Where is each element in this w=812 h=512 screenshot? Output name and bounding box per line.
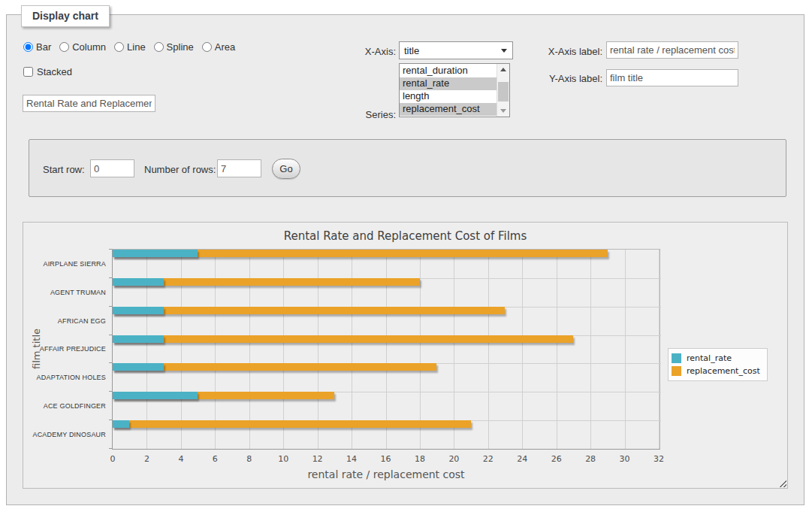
bar-replacement_cost (113, 307, 505, 314)
scrollbar-track[interactable] (497, 75, 509, 105)
chart-type-option-spline: Spline (154, 41, 194, 53)
series-multiselect[interactable]: rental_durationrental_ratelengthreplacem… (399, 63, 510, 117)
chart-type-label: Spline (167, 41, 194, 53)
y-tick-mark (109, 335, 112, 335)
category-label: AGENT TRUMAN (50, 278, 106, 307)
series-option-rental_duration[interactable]: rental_duration (400, 65, 497, 77)
resize-handle-icon[interactable] (777, 478, 786, 487)
legend-label: replacement_cost (687, 366, 760, 376)
stacked-option: Stacked (23, 66, 72, 77)
chart-type-radio-line[interactable] (114, 42, 124, 52)
x-axis-field-label: X-Axis: (334, 46, 396, 57)
chart-type-label: Area (215, 41, 235, 53)
scroll-up-button[interactable] (497, 64, 509, 75)
x-tick-label: 6 (213, 454, 218, 464)
chart-legend: rental_ratereplacement_cost (668, 348, 768, 381)
x-tick-label: 18 (415, 454, 425, 464)
chart-type-label: Bar (36, 41, 51, 53)
chart-type-option-column: Column (59, 41, 106, 53)
legend-swatch (672, 353, 681, 363)
x-tick-label: 12 (312, 454, 323, 464)
category-label: AFFAIR PREJUDICE (40, 335, 106, 364)
chart-title-input[interactable] (23, 95, 155, 112)
start-row-label: Start row: (43, 164, 85, 175)
scroll-down-button[interactable] (497, 105, 509, 117)
x-tick-label: 4 (178, 454, 183, 464)
x-tick-label: 32 (654, 454, 664, 464)
series-option-rental_rate[interactable]: rental_rate (400, 77, 497, 90)
chart-type-radio-column[interactable] (59, 42, 69, 52)
chart-type-option-bar: Bar (23, 41, 51, 53)
chart-title: Rental Rate and Replacement Cost of Film… (23, 229, 787, 243)
category-label: ADAPTATION HOLES (37, 363, 106, 392)
x-axis-select[interactable]: title (399, 41, 513, 59)
chart-band-airplane-sierra: AIRPLANE SIERRA (113, 250, 659, 278)
bar-replacement_cost (113, 335, 573, 343)
number-of-rows-label: Number of rows: (144, 164, 216, 175)
x-tick-label: 0 (110, 454, 116, 464)
x-tick-label: 28 (585, 454, 596, 464)
series-scrollbar[interactable] (497, 64, 509, 117)
start-row-input[interactable] (90, 159, 134, 177)
chart-area: Rental Rate and Replacement Cost of Film… (23, 222, 788, 489)
chart-band-affair-prejudice: AFFAIR PREJUDICE (113, 335, 659, 364)
chart-type-radio-area[interactable] (202, 42, 212, 52)
chart-type-label: Line (127, 41, 146, 53)
legend-item-rental_rate: rental_rate (672, 352, 760, 365)
x-axis-label-field-label: X-Axis label: (542, 46, 602, 57)
y-tick-mark (109, 249, 112, 250)
x-axis-label-input[interactable] (606, 41, 738, 59)
x-tick-label: 10 (278, 454, 288, 464)
series-option-length[interactable]: length (400, 90, 497, 103)
bar-rental_rate (113, 363, 164, 371)
x-tick-label: 2 (144, 454, 149, 464)
legend-swatch (672, 366, 681, 376)
number-of-rows-input[interactable] (217, 159, 261, 177)
category-label: ACE GOLDFINGER (44, 392, 106, 420)
plot-area: AIRPLANE SIERRAAGENT TRUMANAFRICAN EGGAF… (112, 249, 660, 450)
chart-band-african-egg: AFRICAN EGG (113, 307, 659, 335)
bar-rental_rate (113, 335, 164, 343)
y-tick-mark (109, 362, 112, 363)
plot-scale: AIRPLANE SIERRAAGENT TRUMANAFRICAN EGGAF… (113, 250, 659, 449)
chart-type-radio-group: BarColumnLineSplineArea (23, 41, 235, 53)
legend-label: rental_rate (687, 353, 732, 363)
y-tick-mark (109, 306, 112, 307)
chart-band-agent-truman: AGENT TRUMAN (113, 278, 659, 307)
go-button[interactable]: Go (272, 159, 300, 179)
x-axis-selected-value: title (404, 45, 419, 56)
series-option-replacement_cost[interactable]: replacement_cost (400, 103, 497, 116)
bar-rental_rate (113, 392, 198, 399)
bar-replacement_cost (113, 420, 471, 428)
series-options: rental_durationrental_ratelengthreplacem… (400, 64, 497, 117)
triangle-up-icon (500, 68, 506, 71)
chevron-down-icon (501, 49, 507, 53)
y-axis-label-input[interactable] (606, 69, 738, 86)
y-tick-mark (109, 391, 112, 392)
y-axis-label-field-label: Y-Axis label: (542, 73, 602, 84)
bar-rental_rate (113, 307, 164, 314)
x-tick-label: 26 (551, 454, 562, 464)
chart-type-option-area: Area (202, 41, 235, 53)
bar-rental_rate (113, 420, 129, 428)
panel-title: Display chart (21, 5, 110, 27)
x-tick-label: 14 (346, 454, 357, 464)
category-label: ACADEMY DINOSAUR (32, 420, 106, 449)
chart-type-radio-bar[interactable] (23, 42, 33, 52)
x-tick-label: 24 (517, 454, 527, 464)
chart-type-label: Column (72, 41, 106, 53)
y-tick-mark (109, 448, 112, 449)
x-tick-label: 16 (381, 454, 391, 464)
y-tick-mark (109, 420, 112, 420)
chart-type-radio-spline[interactable] (154, 42, 164, 52)
x-tick-label: 20 (448, 454, 459, 464)
y-tick-mark (109, 277, 112, 278)
x-tick-label: 22 (483, 454, 494, 464)
chart-band-academy-dinosaur: ACADEMY DINOSAUR (113, 420, 659, 449)
chart-type-option-line: Line (114, 41, 146, 53)
bar-rental_rate (113, 250, 198, 257)
scrollbar-thumb[interactable] (498, 82, 509, 101)
stacked-checkbox[interactable] (23, 67, 33, 77)
legend-item-replacement_cost: replacement_cost (672, 365, 760, 377)
x-axis-title: rental rate / replacement cost (113, 468, 660, 480)
